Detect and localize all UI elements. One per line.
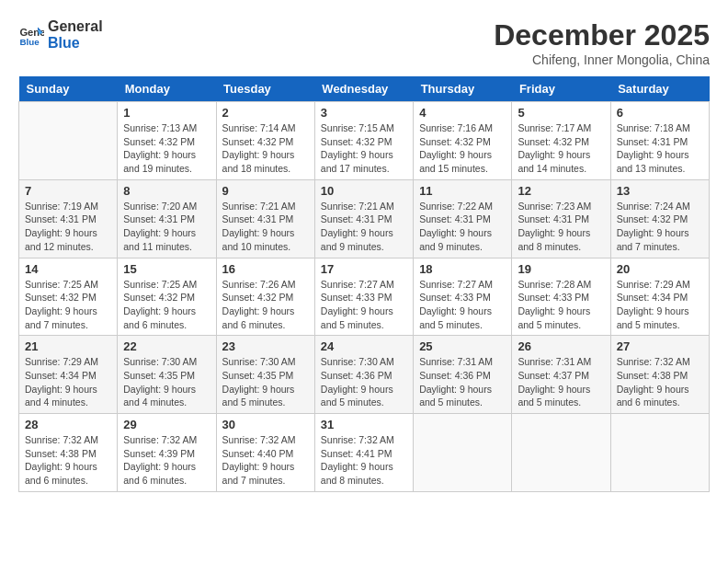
calendar-cell	[19, 102, 118, 180]
cell-info: Sunrise: 7:29 AMSunset: 4:34 PMDaylight:…	[617, 278, 703, 332]
cell-info: Sunrise: 7:32 AMSunset: 4:39 PMDaylight:…	[123, 433, 210, 488]
calendar-cell: 15Sunrise: 7:25 AMSunset: 4:32 PMDayligh…	[118, 258, 216, 336]
col-header-monday: Monday	[118, 76, 216, 102]
logo-text-blue: Blue	[48, 35, 103, 52]
cell-info: Sunrise: 7:28 AMSunset: 4:33 PMDaylight:…	[518, 278, 604, 332]
cell-info: Sunrise: 7:18 AMSunset: 4:31 PMDaylight:…	[617, 121, 703, 176]
cell-info: Sunrise: 7:31 AMSunset: 4:36 PMDaylight:…	[419, 355, 506, 409]
calendar-cell: 27Sunrise: 7:32 AMSunset: 4:38 PMDayligh…	[610, 336, 709, 414]
day-number: 15	[123, 262, 210, 276]
logo-text-general: General	[48, 18, 103, 35]
calendar-cell: 10Sunrise: 7:21 AMSunset: 4:31 PMDayligh…	[314, 179, 413, 258]
calendar-cell: 26Sunrise: 7:31 AMSunset: 4:37 PMDayligh…	[512, 336, 610, 414]
calendar-cell: 22Sunrise: 7:30 AMSunset: 4:35 PMDayligh…	[118, 336, 216, 414]
cell-info: Sunrise: 7:21 AMSunset: 4:31 PMDaylight:…	[222, 200, 309, 254]
calendar-cell: 18Sunrise: 7:27 AMSunset: 4:33 PMDayligh…	[414, 258, 512, 336]
cell-info: Sunrise: 7:15 AMSunset: 4:32 PMDaylight:…	[321, 121, 407, 176]
calendar-cell	[512, 414, 610, 492]
calendar-cell: 7Sunrise: 7:19 AMSunset: 4:31 PMDaylight…	[19, 179, 118, 258]
day-number: 19	[518, 262, 604, 276]
calendar-cell: 14Sunrise: 7:25 AMSunset: 4:32 PMDayligh…	[19, 258, 118, 336]
logo-icon: General Blue	[18, 22, 44, 48]
cell-info: Sunrise: 7:32 AMSunset: 4:38 PMDaylight:…	[617, 355, 703, 409]
calendar-cell: 11Sunrise: 7:22 AMSunset: 4:31 PMDayligh…	[414, 179, 512, 258]
day-number: 25	[419, 339, 506, 353]
month-title: December 2025	[494, 18, 710, 52]
calendar-cell: 31Sunrise: 7:32 AMSunset: 4:41 PMDayligh…	[314, 414, 413, 492]
calendar-cell: 23Sunrise: 7:30 AMSunset: 4:35 PMDayligh…	[216, 336, 314, 414]
week-row-5: 28Sunrise: 7:32 AMSunset: 4:38 PMDayligh…	[19, 414, 710, 492]
day-number: 8	[123, 184, 210, 198]
day-number: 2	[222, 106, 309, 120]
day-number: 22	[123, 339, 210, 353]
day-number: 7	[25, 184, 111, 198]
col-header-friday: Friday	[512, 76, 610, 102]
calendar-cell: 21Sunrise: 7:29 AMSunset: 4:34 PMDayligh…	[19, 336, 118, 414]
cell-info: Sunrise: 7:30 AMSunset: 4:35 PMDaylight:…	[123, 355, 210, 409]
day-number: 11	[419, 184, 506, 198]
day-number: 29	[123, 418, 210, 431]
title-area: December 2025 Chifeng, Inner Mongolia, C…	[494, 18, 710, 67]
calendar-cell: 24Sunrise: 7:30 AMSunset: 4:36 PMDayligh…	[314, 336, 413, 414]
cell-info: Sunrise: 7:20 AMSunset: 4:31 PMDaylight:…	[123, 200, 210, 254]
calendar-cell: 20Sunrise: 7:29 AMSunset: 4:34 PMDayligh…	[610, 258, 709, 336]
calendar-cell: 5Sunrise: 7:17 AMSunset: 4:32 PMDaylight…	[512, 102, 610, 180]
day-number: 20	[617, 262, 703, 276]
calendar-cell	[610, 414, 709, 492]
day-number: 17	[321, 262, 407, 276]
day-number: 1	[123, 106, 210, 120]
day-number: 31	[321, 418, 407, 431]
day-number: 5	[518, 106, 604, 120]
location: Chifeng, Inner Mongolia, China	[494, 52, 710, 67]
day-number: 23	[222, 339, 309, 353]
calendar-cell: 9Sunrise: 7:21 AMSunset: 4:31 PMDaylight…	[216, 179, 314, 258]
calendar-cell: 30Sunrise: 7:32 AMSunset: 4:40 PMDayligh…	[216, 414, 314, 492]
cell-info: Sunrise: 7:27 AMSunset: 4:33 PMDaylight:…	[419, 278, 506, 332]
day-number: 12	[518, 184, 604, 198]
cell-info: Sunrise: 7:31 AMSunset: 4:37 PMDaylight:…	[518, 355, 604, 409]
col-header-thursday: Thursday	[414, 76, 512, 102]
cell-info: Sunrise: 7:32 AMSunset: 4:38 PMDaylight:…	[25, 433, 111, 488]
cell-info: Sunrise: 7:23 AMSunset: 4:31 PMDaylight:…	[518, 200, 604, 254]
cell-info: Sunrise: 7:17 AMSunset: 4:32 PMDaylight:…	[518, 121, 604, 176]
calendar-cell: 8Sunrise: 7:20 AMSunset: 4:31 PMDaylight…	[118, 179, 216, 258]
cell-info: Sunrise: 7:14 AMSunset: 4:32 PMDaylight:…	[222, 121, 309, 176]
day-number: 16	[222, 262, 309, 276]
calendar-cell: 17Sunrise: 7:27 AMSunset: 4:33 PMDayligh…	[314, 258, 413, 336]
day-number: 4	[419, 106, 506, 120]
calendar-cell: 4Sunrise: 7:16 AMSunset: 4:32 PMDaylight…	[414, 102, 512, 180]
week-row-2: 7Sunrise: 7:19 AMSunset: 4:31 PMDaylight…	[19, 179, 710, 258]
day-number: 14	[25, 262, 111, 276]
day-number: 28	[25, 418, 111, 431]
calendar-cell: 29Sunrise: 7:32 AMSunset: 4:39 PMDayligh…	[118, 414, 216, 492]
day-number: 10	[321, 184, 407, 198]
calendar-cell: 12Sunrise: 7:23 AMSunset: 4:31 PMDayligh…	[512, 179, 610, 258]
cell-info: Sunrise: 7:21 AMSunset: 4:31 PMDaylight:…	[321, 200, 407, 254]
cell-info: Sunrise: 7:13 AMSunset: 4:32 PMDaylight:…	[123, 121, 210, 176]
day-number: 18	[419, 262, 506, 276]
calendar-cell: 16Sunrise: 7:26 AMSunset: 4:32 PMDayligh…	[216, 258, 314, 336]
day-number: 3	[321, 106, 407, 120]
day-number: 13	[617, 184, 703, 198]
calendar-cell: 13Sunrise: 7:24 AMSunset: 4:32 PMDayligh…	[610, 179, 709, 258]
col-header-saturday: Saturday	[610, 76, 709, 102]
logo: General Blue General Blue	[18, 18, 103, 51]
col-header-tuesday: Tuesday	[216, 76, 314, 102]
calendar-table: SundayMondayTuesdayWednesdayThursdayFrid…	[18, 76, 710, 492]
calendar-cell: 6Sunrise: 7:18 AMSunset: 4:31 PMDaylight…	[610, 102, 709, 180]
cell-info: Sunrise: 7:30 AMSunset: 4:36 PMDaylight:…	[321, 355, 407, 409]
day-number: 27	[617, 339, 703, 353]
calendar-cell: 3Sunrise: 7:15 AMSunset: 4:32 PMDaylight…	[314, 102, 413, 180]
cell-info: Sunrise: 7:25 AMSunset: 4:32 PMDaylight:…	[25, 278, 111, 332]
week-row-4: 21Sunrise: 7:29 AMSunset: 4:34 PMDayligh…	[19, 336, 710, 414]
week-row-1: 1Sunrise: 7:13 AMSunset: 4:32 PMDaylight…	[19, 102, 710, 180]
cell-info: Sunrise: 7:32 AMSunset: 4:40 PMDaylight:…	[222, 433, 309, 488]
calendar-cell: 28Sunrise: 7:32 AMSunset: 4:38 PMDayligh…	[19, 414, 118, 492]
calendar-cell: 25Sunrise: 7:31 AMSunset: 4:36 PMDayligh…	[414, 336, 512, 414]
cell-info: Sunrise: 7:30 AMSunset: 4:35 PMDaylight:…	[222, 355, 309, 409]
col-header-sunday: Sunday	[19, 76, 118, 102]
day-number: 6	[617, 106, 703, 120]
cell-info: Sunrise: 7:29 AMSunset: 4:34 PMDaylight:…	[25, 355, 111, 409]
header-row: SundayMondayTuesdayWednesdayThursdayFrid…	[19, 76, 710, 102]
cell-info: Sunrise: 7:25 AMSunset: 4:32 PMDaylight:…	[123, 278, 210, 332]
